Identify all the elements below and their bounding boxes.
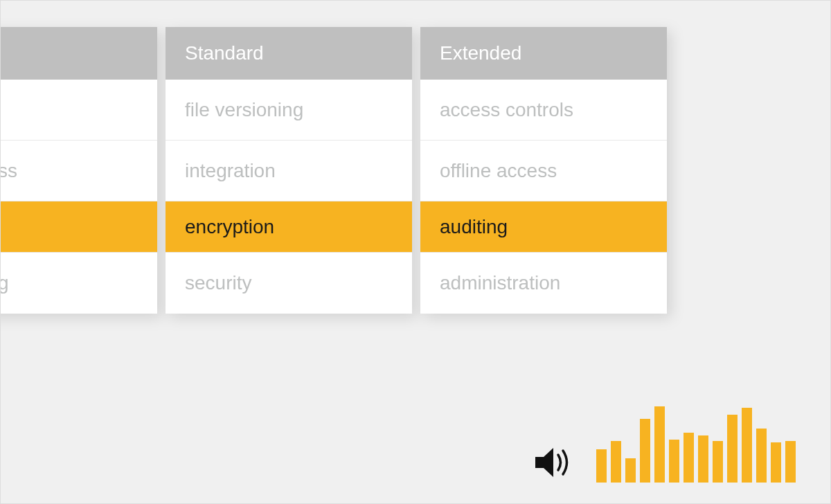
- table-cell-highlighted[interactable]: ntion: [0, 201, 157, 253]
- audio-bar: [713, 441, 723, 483]
- column-extended: Extended access controls offline access …: [420, 27, 667, 314]
- column-basic: Basic rolation ne access ntion ersioning: [0, 27, 157, 314]
- column-header: Extended: [420, 27, 667, 80]
- audio-bar: [727, 415, 738, 483]
- audio-bar: [654, 406, 665, 483]
- table-cell: access controls: [420, 80, 667, 141]
- table-cell: integration: [166, 141, 412, 201]
- table-cell-highlighted[interactable]: encryption: [166, 201, 412, 253]
- table-cell: ne access: [0, 141, 157, 201]
- audio-bar: [625, 458, 636, 483]
- audio-bar: [640, 419, 650, 483]
- column-header: Basic: [0, 27, 157, 80]
- audio-bars: [596, 399, 796, 483]
- speaker-icon[interactable]: [534, 445, 575, 480]
- audio-bar: [669, 440, 679, 483]
- table-cell: rolation: [0, 80, 157, 141]
- table-cell: administration: [420, 253, 667, 314]
- feature-table: Basic rolation ne access ntion ersioning…: [0, 27, 667, 314]
- audio-bar: [611, 441, 621, 483]
- audio-bar: [756, 429, 767, 483]
- column-standard: Standard file versioning integration enc…: [166, 27, 412, 314]
- column-header: Standard: [166, 27, 412, 80]
- audio-bar: [683, 433, 694, 483]
- table-cell-highlighted[interactable]: auditing: [420, 201, 667, 253]
- audio-bar: [771, 442, 781, 483]
- table-cell: ersioning: [0, 253, 157, 314]
- audio-bar: [698, 435, 708, 483]
- audio-visualizer: [534, 399, 796, 483]
- table-cell: security: [166, 253, 412, 314]
- audio-bar: [596, 449, 607, 483]
- audio-bar: [742, 408, 752, 483]
- table-cell: file versioning: [166, 80, 412, 141]
- table-cell: offline access: [420, 141, 667, 201]
- audio-bar: [785, 441, 796, 483]
